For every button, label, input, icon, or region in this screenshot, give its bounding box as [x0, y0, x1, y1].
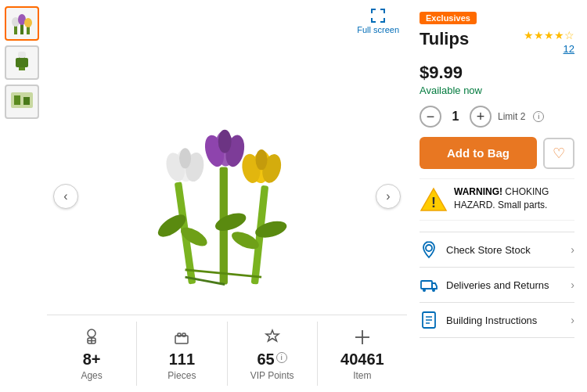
check-store-stock-link[interactable]: Check Store Stock › [420, 232, 574, 268]
delivery-icon [420, 275, 438, 294]
limit-info-icon[interactable]: i [533, 111, 544, 122]
svg-rect-8 [18, 52, 26, 58]
stat-ages-label: Ages [81, 370, 102, 381]
chevron-icon-1: › [571, 243, 574, 256]
review-count[interactable]: 12 [564, 43, 574, 55]
thumbnail-2[interactable] [5, 45, 39, 80]
deliveries-returns-link[interactable]: Deliveries and Returns › [420, 268, 574, 303]
stat-pieces: 111 Pieces [137, 322, 227, 386]
vip-info-icon[interactable]: i [276, 352, 287, 363]
location-icon [420, 240, 438, 259]
product-image [110, 79, 344, 314]
chevron-icon-3: › [571, 314, 574, 326]
star-rating: ★★★★☆ [524, 29, 574, 41]
stat-item-label: Item [353, 370, 371, 381]
thumbnail-list [0, 0, 47, 392]
thumbnail-1[interactable] [5, 6, 39, 41]
warning-title: WARNING! [454, 186, 502, 197]
availability-status: Available now [420, 85, 574, 96]
stat-ages-value: 8+ [83, 351, 101, 367]
stat-pieces-value: 111 [169, 351, 195, 367]
deliveries-returns-label: Deliveries and Returns [446, 279, 563, 291]
svg-point-17 [213, 209, 248, 234]
product-price: $9.99 [420, 63, 574, 83]
svg-point-31 [256, 149, 268, 170]
svg-point-48 [432, 289, 435, 292]
building-instructions-link[interactable]: Building Instructions › [420, 303, 574, 338]
svg-point-27 [218, 129, 232, 153]
fullscreen-label: Full screen [357, 25, 399, 34]
svg-point-23 [179, 148, 191, 168]
instructions-icon [420, 311, 438, 329]
stat-vip-label: VIP Points [250, 370, 294, 381]
fullscreen-button[interactable]: Full screen [357, 8, 399, 34]
svg-point-47 [423, 289, 426, 292]
vip-icon [263, 326, 282, 348]
thumbnail-3[interactable] [5, 85, 39, 119]
svg-rect-7 [16, 58, 28, 67]
warning-row: ! WARNING! CHOKING HAZARD. Small parts. [420, 178, 574, 221]
pieces-icon [172, 326, 191, 348]
add-to-bag-button[interactable]: Add to Bag [420, 137, 537, 169]
building-instructions-label: Building Instructions [446, 315, 563, 326]
limit-text: Limit 2 [498, 111, 525, 122]
item-icon [353, 326, 372, 348]
add-to-bag-row: Add to Bag ♡ [420, 137, 574, 169]
stat-vip-value: 65 [257, 351, 275, 367]
warning-text: WARNING! CHOKING HAZARD. Small parts. [454, 185, 574, 212]
stat-item: 40461 Item [318, 322, 407, 386]
chevron-icon-2: › [571, 279, 574, 291]
exclusives-badge: Exclusives [420, 12, 477, 24]
stat-ages: 8+ Ages [47, 322, 137, 386]
product-info-panel: Exclusives Tulips ★★★★☆ 12 $9.99 Availab… [407, 0, 587, 392]
svg-rect-38 [175, 336, 188, 343]
svg-rect-39 [178, 333, 181, 336]
stat-vip: 65 i VIP Points [228, 322, 318, 386]
action-links: Check Store Stock › Deliveries and Retur… [420, 232, 574, 338]
svg-rect-40 [182, 333, 185, 336]
stat-item-value: 40461 [340, 351, 384, 367]
svg-point-45 [426, 245, 432, 251]
stats-bar: 8+ Ages 111 Pieces [47, 315, 407, 392]
quantity-increase-button[interactable]: + [470, 106, 492, 128]
svg-rect-46 [421, 281, 432, 289]
quantity-value: 1 [448, 110, 463, 124]
product-title: Tulips [420, 29, 469, 49]
svg-point-5 [24, 18, 32, 27]
svg-text:!: ! [431, 195, 436, 210]
stat-pieces-label: Pieces [167, 370, 196, 381]
check-store-stock-label: Check Store Stock [446, 244, 563, 256]
quantity-decrease-button[interactable]: − [420, 106, 441, 128]
quantity-row: − 1 + Limit 2 i [420, 106, 574, 128]
svg-rect-1 [20, 23, 23, 34]
main-product-area: ‹ [47, 0, 407, 392]
svg-point-34 [88, 329, 95, 337]
warning-icon: ! [420, 185, 448, 214]
svg-rect-11 [23, 97, 30, 105]
prev-button[interactable]: ‹ [53, 184, 78, 209]
svg-rect-10 [14, 95, 20, 105]
heart-icon: ♡ [553, 145, 565, 162]
wishlist-button[interactable]: ♡ [543, 138, 574, 169]
ages-icon [82, 326, 101, 348]
next-button[interactable]: › [376, 184, 401, 209]
